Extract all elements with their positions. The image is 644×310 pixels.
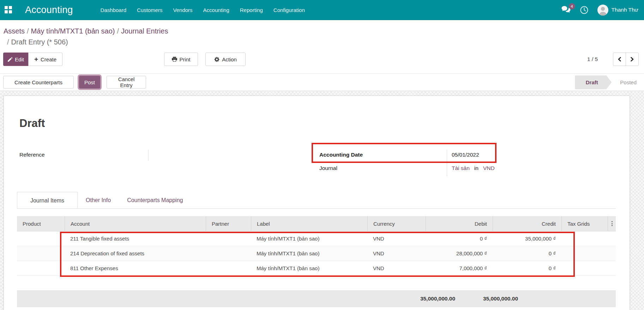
pager-buttons: [613, 53, 639, 66]
column-header-tax-grids[interactable]: Tax Grids: [561, 216, 608, 231]
status-pipeline: Draft Posted: [575, 75, 639, 89]
total-credit: 35,000,000.00: [483, 290, 518, 307]
breadcrumb-separator: /: [115, 27, 121, 35]
cell-credit: 0 ₫: [493, 246, 561, 261]
menu-configuration[interactable]: Configuration: [273, 0, 305, 20]
edit-button[interactable]: Edit: [3, 53, 29, 66]
plus-icon: +: [34, 56, 38, 62]
activities-clock-icon[interactable]: [580, 6, 588, 14]
breadcrumb-line-2: /Draft Entry (* 506): [4, 37, 644, 48]
cell-partner: [206, 231, 251, 246]
column-header-label[interactable]: Label: [251, 216, 367, 231]
control-panel: Assets/Máy tính/MTXT1 (bản sao)/Journal …: [0, 20, 644, 74]
statusbar: Create Counterparts Post Cancel Entry Dr…: [0, 74, 644, 91]
column-header-currency[interactable]: Currency: [367, 216, 426, 231]
column-header-account[interactable]: Account: [65, 216, 206, 231]
accounting-date-value: 05/01/2022: [452, 152, 479, 158]
chevron-right-icon: [630, 57, 634, 62]
cell-credit: 35,000,000 ₫: [493, 231, 561, 246]
pencil-icon: [8, 57, 12, 62]
apps-menu-icon[interactable]: [5, 6, 12, 14]
app-title[interactable]: Accounting: [25, 5, 73, 16]
cell-account: 211 Tangible fixed assets: [65, 231, 206, 246]
user-avatar: [597, 5, 608, 16]
messages-icon[interactable]: 4: [561, 6, 571, 14]
table-header-row: Product Account Partner Label Currency D…: [17, 216, 616, 231]
tab-journal-items[interactable]: Journal Items: [17, 192, 78, 208]
cell-currency: VND: [367, 246, 426, 261]
cell-currency: VND: [367, 231, 426, 246]
main-menu: Dashboard Customers Vendors Accounting R…: [101, 0, 305, 20]
action-button[interactable]: Action: [205, 53, 246, 66]
cell-debit: 0 ₫: [426, 231, 493, 246]
create-button[interactable]: + Create: [28, 53, 62, 66]
form-view-background: Draft Reference Accounting Date 05/01/20…: [0, 91, 644, 310]
cell-tax-grids: [561, 231, 608, 246]
journal-currency-link[interactable]: VND: [483, 165, 495, 171]
table-row[interactable]: 811 Other Expenses Máy tính/MTXT1 (bản s…: [17, 261, 616, 276]
tab-other-info[interactable]: Other Info: [78, 192, 119, 208]
edit-create-group: Edit + Create: [3, 53, 62, 66]
breadcrumb-current: Draft Entry (* 506): [11, 38, 68, 46]
vertical-dots-icon: [612, 221, 613, 226]
cell-label: Máy tính/MTXT1 (bản sao): [251, 261, 367, 275]
menu-reporting[interactable]: Reporting: [240, 0, 263, 20]
form-sheet: Draft Reference Accounting Date 05/01/20…: [4, 96, 630, 310]
record-title: Draft: [19, 117, 45, 130]
accounting-date-label: Accounting Date: [319, 152, 363, 158]
breadcrumb-line-1: Assets/Máy tính/MTXT1 (bản sao)/Journal …: [4, 26, 644, 37]
column-header-product[interactable]: Product: [17, 216, 65, 231]
cell-partner: [206, 246, 251, 261]
reference-field-separator: [148, 150, 149, 161]
pager-value[interactable]: 1 / 5: [587, 53, 598, 66]
cell-product: [17, 261, 65, 275]
menu-vendors[interactable]: Vendors: [173, 0, 193, 20]
cell-label: Máy tính/MTXT1 (bản sao): [251, 246, 367, 261]
cell-tax-grids: [561, 261, 608, 275]
column-header-partner[interactable]: Partner: [206, 216, 251, 231]
print-button[interactable]: Print: [164, 53, 198, 66]
cell-credit: 0 ₫: [493, 261, 561, 275]
journal-name-link[interactable]: Tài sản: [452, 165, 470, 171]
pager-next-button[interactable]: [626, 53, 639, 66]
table-row[interactable]: 211 Tangible fixed assets Máy tính/MTXT1…: [17, 231, 616, 246]
state-posted[interactable]: Posted: [612, 79, 639, 85]
post-button[interactable]: Post: [79, 76, 100, 89]
field-column-separator: [447, 150, 447, 176]
gear-icon: [214, 57, 219, 62]
breadcrumb-journal-entries[interactable]: Journal Entries: [121, 27, 168, 35]
table-row[interactable]: 214 Deprecation of fixed assets Máy tính…: [17, 246, 616, 261]
user-menu[interactable]: Thanh Thư: [597, 5, 638, 16]
column-header-debit[interactable]: Debit: [426, 216, 493, 231]
journal-in-text: in: [474, 165, 479, 171]
breadcrumb-asset-record[interactable]: Máy tính/MTXT1 (bản sao): [31, 27, 115, 35]
chevron-left-icon: [618, 57, 621, 62]
cell-tax-grids: [561, 246, 608, 261]
cell-debit: 7,000,000 ₫: [426, 261, 493, 275]
breadcrumb-assets[interactable]: Assets: [4, 27, 25, 35]
create-counterparts-button[interactable]: Create Counterparts: [3, 76, 74, 89]
column-header-credit[interactable]: Credit: [493, 216, 561, 231]
total-debit: 35,000,000.00: [420, 290, 455, 307]
breadcrumb: Assets/Máy tính/MTXT1 (bản sao)/Journal …: [0, 20, 644, 48]
optional-columns-toggle[interactable]: [608, 216, 616, 231]
top-navbar: Accounting Dashboard Customers Vendors A…: [0, 0, 644, 20]
state-draft[interactable]: Draft: [575, 75, 612, 89]
cell-currency: VND: [367, 261, 426, 275]
pager-previous-button[interactable]: [613, 53, 626, 66]
cancel-entry-button[interactable]: Cancel Entry: [107, 76, 146, 89]
tab-counterparts-mapping[interactable]: Counterparts Mapping: [119, 192, 191, 208]
totals-row: 35,000,000.00 35,000,000.00: [17, 290, 616, 307]
menu-dashboard[interactable]: Dashboard: [101, 0, 126, 20]
cell-partner: [206, 261, 251, 275]
menu-customers[interactable]: Customers: [137, 0, 163, 20]
journal-label: Journal: [319, 165, 337, 171]
cell-label: Máy tính/MTXT1 (bản sao): [251, 231, 367, 246]
breadcrumb-separator: /: [25, 27, 31, 35]
menu-accounting[interactable]: Accounting: [203, 0, 229, 20]
cell-product: [17, 231, 65, 246]
topbar-right: 4 Thanh Thư: [561, 5, 638, 16]
cell-debit: 28,000,000 ₫: [426, 246, 493, 261]
user-name: Thanh Thư: [612, 7, 638, 13]
cell-account: 811 Other Expenses: [65, 261, 206, 275]
